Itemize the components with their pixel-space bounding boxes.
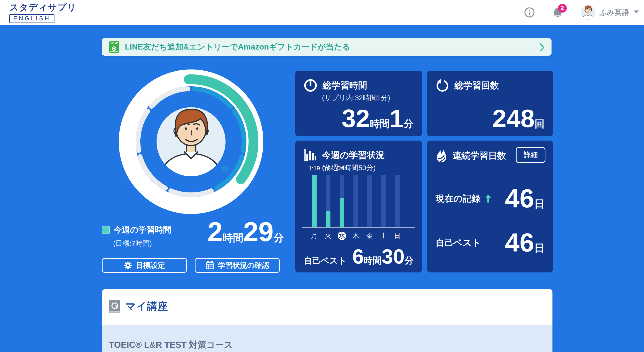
app-header: スタディサプリ ENGLISH 2 ふみ英語 [0,0,644,25]
legend-swatch [102,226,110,234]
current-day-marker: 水 [220,164,230,174]
streak-current-value: 46 日 [505,186,544,212]
info-icon[interactable] [524,7,535,18]
user-name[interactable]: ふみ英語 [600,8,629,17]
weekly-best-value: 6 時間 30 分 [352,246,414,267]
streak-current-label: 現在の記録 [436,193,480,205]
weekly-best-minutes: 30 [382,246,404,267]
dashboard-page: スタディサプリ ENGLISH 2 ふみ英語 [0,0,644,352]
streak-current-row: 現在の記録 46 日 [436,181,544,216]
total-count-value: 248 回 [492,106,544,131]
bar-火 [326,175,330,227]
streak-detail-button[interactable]: 詳細 [516,147,546,163]
chevron-right-icon [540,44,544,52]
day-label-日: 日 [392,232,402,240]
logo-title: スタディサプリ [10,2,76,14]
total-time-minutes: 1 [390,106,404,131]
day-label-木: 木 [351,232,361,240]
day-label-金: 金 [364,232,375,240]
streak-current-number: 46 [505,186,534,212]
book-icon [109,300,120,313]
legend-label: 今週の学習時間 [114,224,171,235]
streak-best-label: 自己ベスト [436,237,481,249]
bar-chart-icon [304,148,317,162]
weekly-hours-unit: 時間 [223,232,244,243]
bar-木 [354,175,358,227]
total-time-title: 総学習時間 [322,80,367,92]
campaign-text: LINE友だち追加&エントリーでAmazonギフトカードが当たる [125,42,350,52]
total-study-count-card: 総学習回数 248 回 [427,71,553,136]
study-status-label: 学習状況の確認 [218,260,269,270]
weekly-time-legend: 今週の学習時間 (目標:7時間) [102,224,171,248]
day-label-土: 土 [378,232,389,240]
campaign-banner[interactable]: NEW LINE友だち追加&エントリーでAmazonギフトカードが当たる [102,38,552,56]
chart-baseline [302,227,415,228]
streak-current-unit: 日 [534,199,544,209]
total-count-title: 総学習回数 [454,80,499,92]
bar-月 [312,175,316,227]
course-section: TOEIC® L&R TEST 対策コース [102,325,552,352]
weekly-best-hours-unit: 時間 [364,256,382,265]
course-name: TOEIC® L&R TEST 対策コース [109,339,233,351]
refresh-icon [436,78,449,92]
weekly-hours: 2 [208,218,223,246]
weekly-status-card: 今週の学習状況 (前週:4時間50分) 1:19月0:24火0:44水木金土日 … [295,140,422,272]
goal-label: (目標:7時間) [113,239,171,248]
avatar[interactable] [581,5,596,20]
day-label-火: 火 [323,232,333,240]
my-courses-card: マイ講座 TOEIC® L&R TEST 対策コース [102,289,552,352]
gear-icon [124,261,132,270]
bar-土 [381,175,386,227]
divider [436,214,544,214]
bar-水 [340,175,344,227]
day-label-月: 月 [309,232,320,240]
logo-subtitle: ENGLISH [10,14,54,23]
bar-日 [395,175,400,227]
clock-icon [304,78,317,92]
streak-card: 連続学習日数 詳細 現在の記録 46 日 自己ベスト 46 日 [427,140,553,272]
avatar-illustration [156,107,226,176]
arrow-up-icon [485,194,491,202]
day-label-水: 水 [338,232,346,240]
weekly-minutes: 29 [244,218,274,246]
calendar-icon [205,261,214,270]
app-logo[interactable]: スタディサプリ ENGLISH [10,2,76,23]
streak-best-unit: 日 [534,243,544,253]
goal-setting-label: 目標設定 [136,260,165,270]
total-count-unit: 回 [535,119,544,129]
notifications-button[interactable]: 2 [552,7,563,18]
total-time-minutes-unit: 分 [404,119,414,129]
weekly-status-title: 今週の学習状況 [322,149,385,161]
streak-title: 連続学習日数 [452,150,506,162]
notification-badge: 2 [558,4,567,13]
weekly-minutes-unit: 分 [274,232,284,243]
total-count-number: 248 [492,106,535,131]
weekly-best-minutes-unit: 分 [404,256,414,265]
study-status-button[interactable]: 学習状況の確認 [195,258,280,273]
header-actions: 2 ふみ英語 [524,0,639,25]
total-study-time-card: 総学習時間 (サプリ内:32時間1分) 32 時間 1 分 [295,71,422,136]
weekly-best-label: 自己ベスト [304,256,347,265]
total-time-hours: 32 [342,106,370,131]
streak-best-value: 46 日 [505,230,544,256]
weekly-best-hours: 6 [352,246,364,267]
weekly-time-value: 2 時間 29 分 [208,218,284,246]
total-time-value: 32 時間 1 分 [342,106,414,131]
new-badge: NEW [109,41,119,45]
streak-best-number: 46 [505,230,534,256]
flame-icon [436,148,447,162]
weekly-best-row: 自己ベスト 6 時間 30 分 [304,246,414,267]
bar-value-label: 0:44 [332,165,352,172]
my-courses-title: マイ講座 [125,300,168,313]
line-new-icon: NEW [109,41,119,53]
bar-金 [367,175,372,227]
goal-setting-button[interactable]: 目標設定 [102,258,187,273]
chevron-down-icon[interactable] [634,10,639,14]
weekly-progress-ring [114,64,268,219]
total-time-hours-unit: 時間 [370,119,390,129]
streak-best-row: 自己ベスト 46 日 [436,225,544,260]
total-time-subtitle: (サプリ内:32時間1分) [322,93,390,103]
